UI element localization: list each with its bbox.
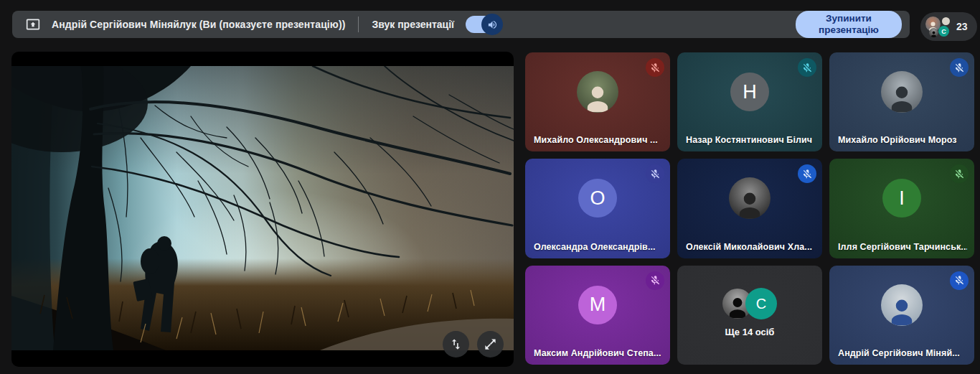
avatar xyxy=(942,17,950,25)
participant-name: Олександра Олександрів... xyxy=(534,242,663,252)
avatar-letter: С xyxy=(938,26,949,37)
participant-tile[interactable]: Андрій Сергійович Міняй... xyxy=(829,266,974,365)
mic-off-icon xyxy=(802,169,813,179)
avatar-letter: С xyxy=(745,288,777,319)
mic-off-icon xyxy=(954,275,965,286)
avatar-letter: І xyxy=(882,179,921,218)
presenter-label: Андрій Сергійович Міняйлук (Ви (показуєт… xyxy=(52,19,345,30)
participant-name: Максим Андрійович Степа... xyxy=(534,348,663,358)
avatar-photo xyxy=(881,284,923,326)
participant-name: Андрій Сергійович Міняй... xyxy=(838,348,967,358)
participant-tile[interactable]: Олексій Миколайович Хла... xyxy=(677,159,822,258)
mic-muted-badge xyxy=(950,58,969,77)
presentation-video-frame xyxy=(11,66,514,350)
overflow-avatars: С xyxy=(722,288,777,319)
present-to-all-icon xyxy=(25,17,41,32)
person-icon xyxy=(733,188,766,219)
mic-muted-badge xyxy=(646,271,664,290)
mic-off-icon xyxy=(954,62,965,73)
divider xyxy=(358,17,359,32)
mic-off-icon xyxy=(802,62,813,73)
participant-name: Михайло Олександрович ... xyxy=(534,135,663,145)
mic-off-icon xyxy=(650,62,661,73)
participant-tile[interactable]: Михайло Юрійович Мороз xyxy=(829,52,974,151)
person-icon xyxy=(885,295,918,326)
participant-count: 23 xyxy=(956,21,968,32)
overflow-tile[interactable]: С Ще 14 осіб xyxy=(677,266,822,365)
mic-muted-badge xyxy=(798,58,816,77)
participant-name: Ілля Сергійович Тарчинськ... xyxy=(838,242,967,252)
overflow-content: С Ще 14 осіб xyxy=(722,288,777,337)
mic-off-icon xyxy=(650,275,661,286)
avatar-photo xyxy=(881,71,923,113)
participants-count-chip[interactable]: С 23 xyxy=(920,12,977,41)
participant-tile[interactable]: Н Назар Костянтинович Білич xyxy=(677,52,822,151)
mic-off-icon xyxy=(650,169,661,179)
person-icon xyxy=(581,82,614,113)
avatar-letter: М xyxy=(578,286,617,324)
mic-muted-badge xyxy=(950,271,969,290)
avatar-letter: О xyxy=(578,179,617,218)
presentation-audio-label: Звук презентації xyxy=(372,19,454,30)
avatar-photo xyxy=(577,71,618,113)
participant-name: Олексій Миколайович Хла... xyxy=(686,242,815,252)
participants-grid: Михайло Олександрович ... Н Назар Костян… xyxy=(525,52,974,365)
avatar xyxy=(929,28,938,37)
participant-name: Назар Костянтинович Білич xyxy=(686,135,815,145)
stage-controls xyxy=(443,331,504,357)
swap-vertical-icon xyxy=(449,337,463,351)
avatar-photo xyxy=(729,177,771,219)
presentation-banner: Андрій Сергійович Міняйлук (Ви (показуєт… xyxy=(12,11,910,38)
participant-tile[interactable]: О Олександра Олександрів... xyxy=(525,159,670,258)
avatar-letter: Н xyxy=(730,73,769,111)
participant-name: Михайло Юрійович Мороз xyxy=(838,135,967,145)
presentation-audio-toggle[interactable] xyxy=(466,16,501,33)
presentation-stage-tile[interactable] xyxy=(11,52,514,367)
stop-presentation-button[interactable]: Зупинити презентацію xyxy=(796,11,902,38)
mic-muted-badge xyxy=(646,58,664,77)
mic-off-icon xyxy=(954,169,965,179)
participants-avatar-cluster: С xyxy=(925,15,951,38)
volume-up-icon xyxy=(487,19,498,30)
participant-tile[interactable]: Михайло Олександрович ... xyxy=(525,52,670,151)
adjust-size-button[interactable] xyxy=(443,331,469,357)
open-in-full-icon xyxy=(484,337,497,351)
participant-tile[interactable]: М Максим Андрійович Степа... xyxy=(525,266,670,365)
toggle-thumb xyxy=(481,14,503,35)
more-people-label: Ще 14 осіб xyxy=(725,327,775,337)
person-icon xyxy=(930,30,938,37)
fullscreen-button[interactable] xyxy=(477,331,504,357)
person-icon xyxy=(885,82,918,113)
participant-tile[interactable]: І Ілля Сергійович Тарчинськ... xyxy=(829,159,974,258)
